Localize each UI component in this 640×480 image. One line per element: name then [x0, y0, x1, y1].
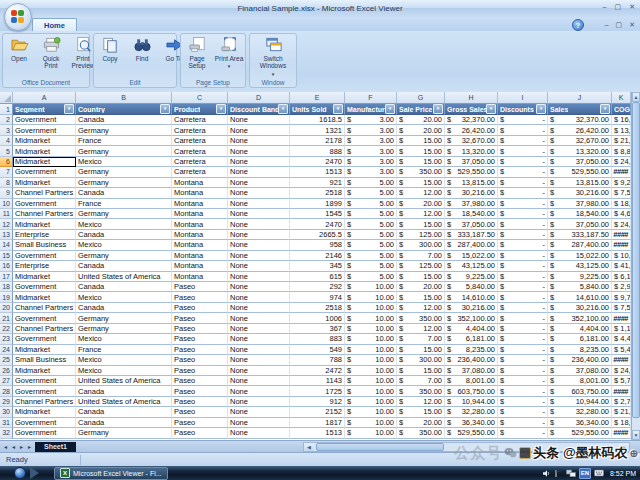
cell[interactable]: $529,550.00 — [445, 428, 498, 438]
cell[interactable]: $10,944.00 — [445, 397, 498, 407]
cell[interactable]: $5.00 — [345, 240, 397, 250]
column-header-country[interactable]: Country▼ — [76, 104, 172, 115]
cell[interactable]: $10.00 — [345, 324, 397, 334]
cell[interactable]: $- — [498, 272, 548, 282]
cell[interactable]: Midmarket — [13, 407, 76, 417]
column-letter-A[interactable]: A — [13, 92, 76, 104]
scroll-down-icon[interactable]: ▼ — [632, 430, 640, 440]
cell[interactable]: $- — [498, 376, 548, 386]
cell[interactable]: 2470 — [290, 157, 345, 167]
row-number-26[interactable]: 26 — [0, 366, 13, 376]
cell[interactable]: Paseo — [172, 345, 228, 355]
cell[interactable]: $15,022.00 — [548, 251, 612, 261]
cell[interactable]: $5.00 — [345, 251, 397, 261]
cell[interactable]: $8,235.00 — [548, 345, 612, 355]
cell[interactable]: $30,216.00 — [445, 188, 498, 198]
cell[interactable]: $10.00 — [345, 407, 397, 417]
cell[interactable]: None — [228, 209, 290, 219]
cell[interactable]: United States of America — [76, 272, 172, 282]
cell[interactable]: $- — [498, 219, 548, 229]
restore-icon[interactable]: ▢ — [615, 3, 622, 10]
cell[interactable]: $37,050.00 — [548, 157, 612, 167]
cell[interactable]: 883 — [290, 334, 345, 344]
row-number-30[interactable]: 30 — [0, 407, 13, 417]
cell[interactable]: $- — [498, 146, 548, 156]
cell[interactable]: $236,400.00 — [548, 355, 612, 365]
cell[interactable]: $5.00 — [345, 219, 397, 229]
cell[interactable]: Montana — [172, 261, 228, 271]
cell[interactable]: $43,125.00 — [548, 261, 612, 271]
cell[interactable]: $- — [498, 355, 548, 365]
scroll-right-icon[interactable]: ▶ — [619, 443, 629, 451]
row-number-23[interactable]: 23 — [0, 334, 13, 344]
cell[interactable]: 2518 — [290, 303, 345, 313]
cell[interactable]: None — [228, 428, 290, 438]
cell[interactable]: $125.00 — [397, 230, 445, 240]
cell[interactable]: $15.00 — [397, 157, 445, 167]
cell[interactable]: $ 21,7 — [612, 136, 631, 146]
cell[interactable]: None — [228, 230, 290, 240]
cell[interactable]: $26,420.00 — [445, 125, 498, 135]
cell[interactable]: $10.00 — [345, 282, 397, 292]
copy-button[interactable]: Copy — [94, 36, 126, 62]
row-number-24[interactable]: 24 — [0, 345, 13, 355]
cell[interactable]: Midmarket — [13, 146, 76, 156]
cell[interactable]: None — [228, 345, 290, 355]
row-number-2[interactable]: 2 — [0, 115, 13, 125]
cell[interactable]: $7.00 — [397, 251, 445, 261]
cell[interactable]: $20.00 — [397, 282, 445, 292]
cell[interactable]: $- — [498, 418, 548, 428]
cell[interactable]: Midmarket — [13, 292, 76, 302]
cell[interactable]: $350.00 — [397, 313, 445, 323]
cell[interactable]: #### — [612, 230, 631, 240]
cell[interactable]: $7.00 — [397, 334, 445, 344]
cell[interactable]: $- — [498, 407, 548, 417]
cell[interactable]: Paseo — [172, 386, 228, 396]
cell[interactable]: None — [228, 292, 290, 302]
cell[interactable]: $529,550.00 — [548, 167, 612, 177]
cell[interactable]: $5.00 — [345, 188, 397, 198]
cell[interactable]: $352,100.00 — [548, 313, 612, 323]
cell[interactable]: Mexico — [76, 355, 172, 365]
cell[interactable]: Canada — [76, 303, 172, 313]
cell[interactable]: $15.00 — [397, 219, 445, 229]
cell[interactable]: $ 6,1 — [612, 272, 631, 282]
cell[interactable]: $352,100.00 — [445, 313, 498, 323]
cell[interactable]: Government — [13, 428, 76, 438]
cell[interactable]: $5.00 — [345, 178, 397, 188]
cell[interactable]: $ 18,1 — [612, 418, 631, 428]
row-number-9[interactable]: 9 — [0, 188, 13, 198]
cell[interactable]: $15.00 — [397, 345, 445, 355]
cell[interactable]: $ 9,2 — [612, 178, 631, 188]
cell[interactable]: $20.00 — [397, 199, 445, 209]
filter-button[interactable]: ▼ — [160, 104, 170, 114]
cell[interactable]: None — [228, 324, 290, 334]
cell[interactable]: $287,400.00 — [445, 240, 498, 250]
cell[interactable]: $10,944.00 — [548, 397, 612, 407]
volume-icon[interactable] — [542, 469, 551, 478]
cell[interactable]: $300.00 — [397, 355, 445, 365]
cell[interactable]: $5.00 — [345, 230, 397, 240]
cell[interactable]: $4,404.00 — [548, 324, 612, 334]
cell[interactable]: $- — [498, 428, 548, 438]
cell[interactable]: $32,670.00 — [548, 136, 612, 146]
cell[interactable]: $15.00 — [397, 366, 445, 376]
first-sheet-icon[interactable]: ◂ — [2, 443, 9, 450]
cell[interactable]: $- — [498, 199, 548, 209]
cell[interactable]: $43,125.00 — [445, 261, 498, 271]
row-number-25[interactable]: 25 — [0, 355, 13, 365]
cell[interactable]: Paseo — [172, 418, 228, 428]
cell[interactable]: $15.00 — [397, 178, 445, 188]
cell[interactable]: Carretera — [172, 136, 228, 146]
column-header-discounts[interactable]: Discounts▼ — [498, 104, 548, 115]
cell[interactable]: Montana — [172, 219, 228, 229]
cell[interactable]: Government — [13, 199, 76, 209]
sheet-tab-sheet1[interactable]: Sheet1 — [35, 442, 76, 452]
cell[interactable]: Canada — [76, 282, 172, 292]
cell[interactable]: Paseo — [172, 303, 228, 313]
row-number-22[interactable]: 22 — [0, 324, 13, 334]
cell[interactable]: Enterprise — [13, 230, 76, 240]
cell[interactable]: $10.00 — [345, 292, 397, 302]
cell[interactable]: $3.00 — [345, 125, 397, 135]
vertical-scroll-thumb[interactable] — [632, 102, 640, 418]
